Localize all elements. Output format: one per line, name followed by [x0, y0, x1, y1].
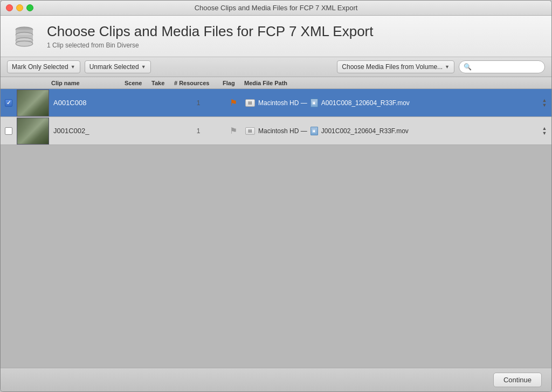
row2-thumb-image: [17, 118, 49, 144]
choose-volume-button[interactable]: Choose Media Files from Volume... ▼: [337, 60, 454, 73]
column-headers: Clip name Scene Take # Resources Flag Me…: [1, 77, 551, 89]
app-icon: [10, 22, 38, 50]
main-window: Choose Clips and Media Files for FCP 7 X…: [0, 0, 552, 392]
header-subtitle: 1 Clip selected from Bin Diverse: [47, 42, 373, 49]
col-path-header: Media File Path: [244, 80, 551, 86]
toolbar: Mark Only Selected ▼ Unmark Selected ▼ C…: [1, 57, 551, 77]
window-title: Choose Clips and Media Files for FCP 7 X…: [195, 4, 358, 12]
row1-thumbnail: [17, 90, 49, 116]
mark-only-dropdown-arrow: ▼: [71, 64, 75, 70]
mark-only-selected-button[interactable]: Mark Only Selected ▼: [7, 60, 80, 73]
col-take-header: Take: [151, 80, 174, 86]
row2-checkbox-cell[interactable]: [1, 127, 17, 135]
header: Choose Clips and Media Files for FCP 7 X…: [1, 16, 551, 57]
header-title: Choose Clips and Media Files for FCP 7 X…: [47, 23, 373, 40]
search-input[interactable]: [474, 63, 540, 71]
col-name-header: Clip name: [49, 80, 125, 86]
row2-hd-icon: ▤: [245, 127, 255, 135]
row1-checkbox-cell[interactable]: [1, 99, 17, 107]
row1-stepper-down[interactable]: ▼: [542, 103, 547, 108]
row1-checkbox[interactable]: [5, 99, 12, 107]
row2-stepper-down[interactable]: ▼: [542, 131, 547, 136]
traffic-lights: [6, 4, 33, 11]
header-text: Choose Clips and Media Files for FCP 7 X…: [47, 23, 373, 49]
row1-path: ▤ Macintosh HD — ▣ A001C008_120604_R33F.…: [244, 99, 540, 107]
row1-path-text: Macintosh HD —: [258, 99, 307, 107]
row2-checkbox[interactable]: [5, 127, 12, 135]
row2-path: ▤ Macintosh HD — ▣ J001C002_120604_R33F.…: [244, 127, 540, 135]
row1-flag-icon: ⚑: [230, 98, 237, 108]
row1-stepper[interactable]: ▲ ▼: [540, 98, 549, 108]
row2-clip-name: J001C002_: [49, 127, 125, 135]
row2-path-text: Macintosh HD —: [258, 127, 307, 135]
row1-file-icon: ▣: [310, 99, 318, 107]
row2-stepper[interactable]: ▲ ▼: [540, 126, 549, 136]
col-scene-header: Scene: [125, 80, 151, 86]
row1-resources: 1: [174, 99, 223, 107]
search-icon: 🔍: [464, 63, 472, 71]
row2-thumbnail: [17, 118, 49, 145]
unmark-selected-button[interactable]: Unmark Selected ▼: [85, 60, 151, 73]
row1-flag: ⚑: [223, 98, 244, 108]
maximize-button[interactable]: [26, 4, 33, 11]
continue-button[interactable]: Continue: [493, 373, 542, 387]
minimize-button[interactable]: [16, 4, 23, 11]
row1-hd-icon: ▤: [245, 99, 255, 107]
database-icon: [11, 23, 37, 49]
col-resources-header: # Resources: [174, 80, 223, 86]
table-row[interactable]: J001C002_ 1 ⚑ ▤ Macintosh HD — ▣ J001C00…: [1, 117, 551, 145]
row2-filename: J001C002_120604_R33F.mov: [321, 127, 409, 135]
unmark-dropdown-arrow: ▼: [141, 64, 146, 70]
volume-dropdown-arrow: ▼: [445, 64, 450, 70]
row1-clip-name: A001C008: [49, 99, 125, 107]
row1-filename: A001C008_120604_R33F.mov: [321, 99, 410, 107]
row2-resources: 1: [174, 127, 223, 135]
close-button[interactable]: [6, 4, 13, 11]
row2-flag: ⚑: [223, 126, 244, 136]
bottom-bar: Continue: [1, 368, 551, 391]
row2-flag-icon: ⚑: [230, 126, 237, 136]
search-box[interactable]: 🔍: [459, 60, 545, 73]
row1-thumb-image: [17, 90, 49, 116]
col-flag-header: Flag: [223, 80, 244, 86]
title-bar: Choose Clips and Media Files for FCP 7 X…: [1, 1, 551, 16]
table-body: A001C008 1 ⚑ ▤ Macintosh HD — ▣ A001C008…: [1, 89, 551, 368]
row2-file-icon: ▣: [310, 127, 318, 135]
svg-point-6: [16, 41, 33, 46]
table-row[interactable]: A001C008 1 ⚑ ▤ Macintosh HD — ▣ A001C008…: [1, 89, 551, 117]
